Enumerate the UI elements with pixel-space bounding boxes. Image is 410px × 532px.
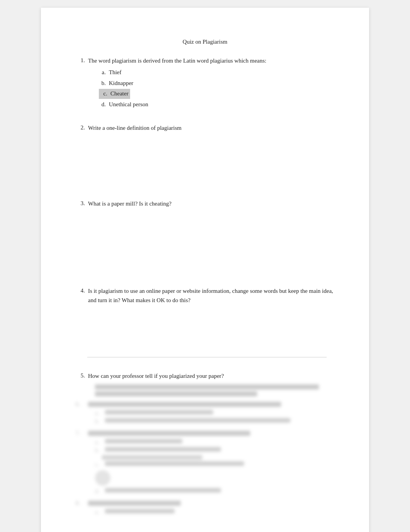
blurred-content: 6. a. b. 7. a. xyxy=(76,384,334,515)
option-1d-text: Unethical person xyxy=(109,100,334,110)
question-5-num: 5. xyxy=(76,371,85,381)
question-3-num: 3. xyxy=(76,199,85,208)
option-1c-letter: c. xyxy=(100,89,107,99)
question-1-num: 1. xyxy=(76,56,85,65)
question-4-text: Is it plagiarism to use an online paper … xyxy=(88,286,334,305)
option-1b: b. Kidnapper xyxy=(99,78,334,88)
option-1b-letter: b. xyxy=(99,78,106,88)
question-5-text: How can your professor tell if you plagi… xyxy=(88,371,334,381)
question-3-line: 3. What is a paper mill? Is it cheating? xyxy=(76,199,334,208)
page-title: Quiz on Plagiarism xyxy=(76,39,334,45)
option-1a-letter: a. xyxy=(99,68,106,78)
question-1-line: 1. The word plagiarism is derived from t… xyxy=(76,56,334,65)
question-1-text: The word plagiarism is derived from the … xyxy=(88,56,334,65)
question-2-text: Write a one-line definition of plagiaris… xyxy=(88,123,334,133)
question-3-text: What is a paper mill? Is it cheating? xyxy=(88,199,334,208)
option-1b-text: Kidnapper xyxy=(109,78,334,88)
option-1a-text: Thief xyxy=(109,68,334,78)
question-5-line: 5. How can your professor tell if you pl… xyxy=(76,371,334,381)
option-1c[interactable]: c. Cheater xyxy=(99,89,130,99)
question-4-num: 4. xyxy=(76,286,85,305)
question-2-line: 2. Write a one-line definition of plagia… xyxy=(76,123,334,133)
option-1c-text: Cheater xyxy=(110,89,129,99)
page-container: Quiz on Plagiarism 1. The word plagiaris… xyxy=(41,8,369,532)
question-4: 4. Is it plagiarism to use an online pap… xyxy=(76,286,334,357)
question-2-answer-space xyxy=(76,135,334,185)
question-1: 1. The word plagiarism is derived from t… xyxy=(76,56,334,109)
question-4-line: 4. Is it plagiarism to use an online pap… xyxy=(76,286,334,305)
option-1d: d. Unethical person xyxy=(99,100,334,110)
question-4-answer-space xyxy=(87,307,327,357)
question-2-num: 2. xyxy=(76,123,85,133)
question-2: 2. Write a one-line definition of plagia… xyxy=(76,123,334,185)
question-5: 5. How can your professor tell if you pl… xyxy=(76,371,334,515)
option-1a: a. Thief xyxy=(99,68,334,78)
question-1-options: a. Thief b. Kidnapper c. Cheater d. Unet… xyxy=(99,68,334,109)
question-3: 3. What is a paper mill? Is it cheating? xyxy=(76,199,334,272)
question-3-answer-space xyxy=(76,211,334,272)
option-1d-letter: d. xyxy=(99,100,106,110)
